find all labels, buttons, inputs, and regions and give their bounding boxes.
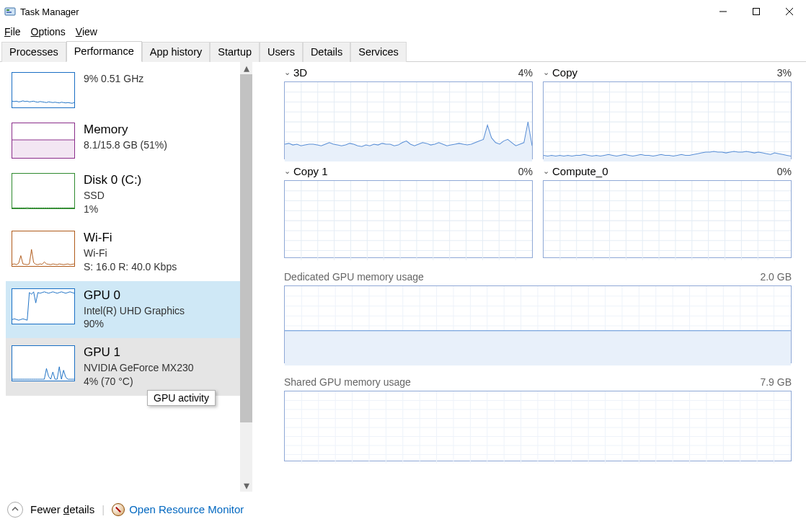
- memory-stats: 8.1/15.8 GB (51%): [84, 138, 167, 152]
- open-resource-monitor-link[interactable]: Open Resource Monitor: [112, 503, 244, 516]
- close-button[interactable]: [773, 0, 806, 23]
- wifi-sub: Wi-Fi: [84, 247, 177, 260]
- dedicated-mem-label: Dedicated GPU memory usage: [284, 271, 424, 283]
- engine-compute0-pct: 0%: [777, 166, 792, 177]
- resource-monitor-icon: [112, 503, 125, 516]
- wifi-title: Wi-Fi: [84, 231, 177, 245]
- engine-copy-pct: 3%: [777, 67, 792, 79]
- disk-title: Disk 0 (C:): [84, 173, 141, 187]
- tab-performance[interactable]: Performance: [66, 41, 142, 62]
- sidebar-scrollbar[interactable]: ▴ ▾: [240, 62, 252, 492]
- app-icon: [4, 6, 16, 17]
- menu-bar: File Options View: [0, 23, 806, 40]
- engine-copy-label: Copy: [552, 66, 577, 79]
- chevron-down-icon: ⌄: [543, 167, 549, 176]
- menu-file[interactable]: File: [4, 26, 21, 37]
- chevron-down-icon: ⌄: [284, 167, 291, 176]
- memory-title: Memory: [84, 123, 167, 137]
- tab-bar: Processes Performance App history Startu…: [0, 40, 806, 62]
- sidebar-item-gpu0[interactable]: GPU 0Intel(R) UHD Graphics90%: [6, 281, 240, 339]
- sidebar-item-gpu1[interactable]: GPU 1NVIDIA GeForce MX2304% (70 °C): [6, 338, 240, 396]
- chevron-down-icon: ⌄: [543, 68, 549, 77]
- sidebar-item-disk[interactable]: Disk 0 (C:)SSD1%: [6, 166, 240, 223]
- gpu0-pct: 90%: [84, 317, 185, 331]
- menu-options[interactable]: Options: [31, 26, 66, 37]
- sidebar-item-wifi[interactable]: Wi-FiWi-FiS: 16.0 R: 40.0 Kbps: [6, 223, 240, 281]
- engine-compute0[interactable]: ⌄Compute_00%: [543, 165, 792, 258]
- fewer-details-label[interactable]: Fewer details: [30, 503, 94, 515]
- gpu1-pct: 4% (70 °C): [84, 375, 194, 389]
- engine-copy-graph: [543, 81, 792, 159]
- window-title: Task Manager: [20, 6, 79, 17]
- resource-sidebar: 9% 0.51 GHz Memory8.1/15.8 GB (51%) Disk…: [0, 62, 240, 492]
- shared-mem-graph: [284, 391, 792, 461]
- disk-pct: 1%: [84, 203, 141, 216]
- scrollbar-thumb[interactable]: [240, 74, 252, 422]
- gpu0-title: GPU 0: [84, 288, 185, 303]
- gpu0-thumb: [12, 288, 75, 324]
- engine-3d-label: 3D: [293, 66, 307, 79]
- wifi-thumb: [12, 231, 75, 267]
- engine-3d-graph: [284, 81, 533, 159]
- svg-rect-7: [12, 140, 74, 158]
- tab-details[interactable]: Details: [303, 42, 350, 62]
- disk-thumb: [12, 173, 75, 209]
- engine-copy1-graph: [284, 180, 533, 258]
- gpu1-sub: NVIDIA GeForce MX230: [84, 361, 194, 375]
- dedicated-mem-max: 2.0 GB: [760, 271, 792, 283]
- footer: Fewer details | Open Resource Monitor: [0, 492, 806, 526]
- cpu-stats: 9% 0.51 GHz: [84, 72, 143, 86]
- menu-view[interactable]: View: [76, 26, 97, 37]
- sidebar-item-memory[interactable]: Memory8.1/15.8 GB (51%): [6, 115, 240, 166]
- svg-rect-4: [753, 9, 760, 15]
- svg-rect-1: [6, 9, 9, 11]
- title-bar: Task Manager: [0, 0, 806, 23]
- tooltip: GPU activity: [147, 390, 216, 406]
- chevron-down-icon: ⌄: [284, 68, 291, 77]
- scroll-down-icon[interactable]: ▾: [240, 479, 252, 492]
- engine-copy1-pct: 0%: [518, 166, 533, 177]
- svg-rect-2: [6, 12, 12, 13]
- shared-mem-max: 7.9 GB: [760, 376, 792, 388]
- gpu-detail-pane: ⌄3D4% ⌄Copy3% ⌄Copy 10% ⌄Compute_00% Ded…: [252, 62, 806, 492]
- gpu1-thumb: [12, 345, 75, 381]
- tab-processes[interactable]: Processes: [1, 42, 66, 62]
- tab-app-history[interactable]: App history: [142, 42, 211, 62]
- wifi-speed: S: 16.0 R: 40.0 Kbps: [84, 260, 177, 274]
- engine-copy1-label: Copy 1: [293, 165, 328, 177]
- tab-users[interactable]: Users: [260, 42, 303, 62]
- scroll-up-icon[interactable]: ▴: [240, 62, 252, 74]
- minimize-button[interactable]: [707, 0, 740, 23]
- dedicated-mem-graph: [284, 285, 792, 363]
- engine-copy1[interactable]: ⌄Copy 10%: [284, 165, 533, 258]
- maximize-button[interactable]: [740, 0, 773, 23]
- tab-startup[interactable]: Startup: [210, 42, 260, 62]
- gpu1-title: GPU 1: [84, 345, 194, 360]
- memory-thumb: [12, 123, 75, 159]
- shared-mem-label: Shared GPU memory usage: [284, 376, 411, 388]
- engine-compute0-label: Compute_0: [552, 165, 608, 177]
- footer-separator: |: [102, 503, 105, 515]
- cpu-thumb: [12, 72, 75, 108]
- fewer-details-button[interactable]: [7, 502, 23, 518]
- tab-services[interactable]: Services: [350, 42, 407, 62]
- engine-3d[interactable]: ⌄3D4%: [284, 66, 533, 159]
- gpu0-sub: Intel(R) UHD Graphics: [84, 304, 185, 318]
- engine-copy[interactable]: ⌄Copy3%: [543, 66, 792, 159]
- disk-sub: SSD: [84, 189, 141, 203]
- engine-compute0-graph: [543, 180, 792, 258]
- sidebar-item-cpu[interactable]: 9% 0.51 GHz: [6, 65, 240, 115]
- engine-3d-pct: 4%: [518, 67, 533, 79]
